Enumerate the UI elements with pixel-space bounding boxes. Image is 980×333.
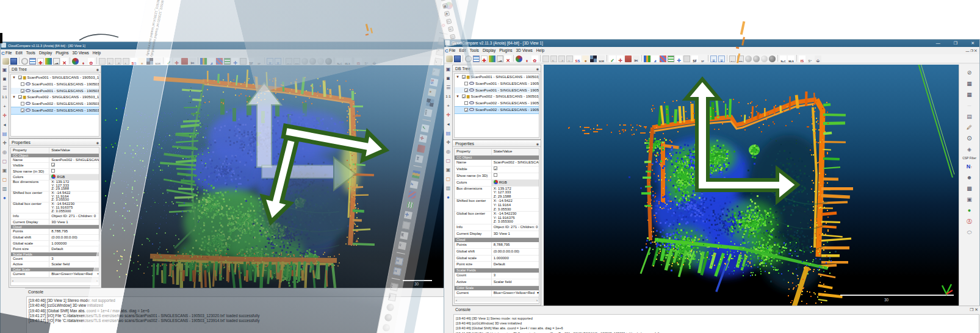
svg-text:30: 30 (884, 298, 889, 302)
